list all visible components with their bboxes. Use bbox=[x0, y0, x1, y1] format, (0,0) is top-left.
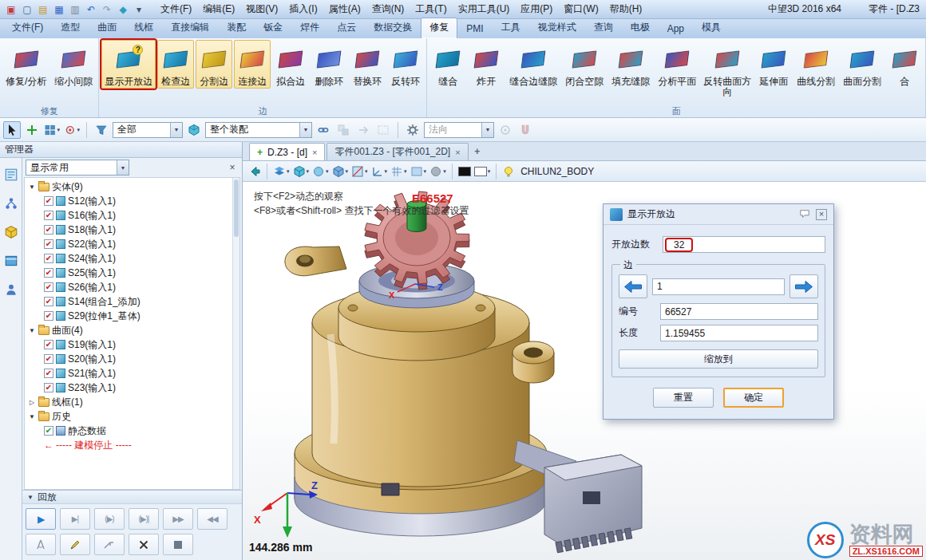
replay-header[interactable]: ▼ 回放 bbox=[22, 490, 242, 504]
add-entity-icon[interactable] bbox=[23, 121, 41, 139]
ribbon-tab[interactable]: 数据交换 bbox=[365, 18, 421, 38]
item-checkbox[interactable]: ✔ bbox=[44, 383, 53, 392]
3d-viewport-canvas[interactable]: 按下<F2>动态的观察 <F8>或者<Shift-roll> 查找下一个有效的过… bbox=[243, 182, 926, 560]
new-tab-button[interactable]: + bbox=[470, 144, 485, 159]
tree-item-row[interactable]: ✔S12(输入1) bbox=[25, 194, 239, 208]
pick-filter-grid-icon[interactable]: ▾ bbox=[43, 121, 61, 139]
display-filter-combo[interactable]: 显示常用 ▼ bbox=[26, 160, 129, 175]
grid-icon[interactable]: ▾ bbox=[390, 164, 408, 179]
tree-item-row[interactable]: ✔S23(输入1) bbox=[25, 381, 239, 395]
ribbon-tab[interactable]: 焊件 bbox=[291, 18, 328, 38]
menu-item[interactable]: 实用工具(U) bbox=[453, 1, 516, 18]
assembly-scope-icon[interactable] bbox=[185, 121, 203, 139]
tab-close-icon[interactable]: × bbox=[455, 148, 460, 157]
undo-icon[interactable]: ↶ bbox=[85, 3, 97, 16]
dropdown-arrow-icon[interactable]: ▼ bbox=[117, 160, 129, 175]
view-manager-icon[interactable] bbox=[2, 223, 20, 241]
app-logo-icon[interactable]: ▣ bbox=[5, 3, 18, 16]
history-manager-icon[interactable] bbox=[2, 166, 20, 183]
light-bulb-icon[interactable] bbox=[501, 164, 516, 179]
item-checkbox[interactable]: ✔ bbox=[44, 354, 53, 364]
display-mode-icon[interactable]: ▾ bbox=[292, 164, 311, 179]
ribbon-button-explode[interactable]: 炸开 bbox=[468, 40, 505, 89]
face-color-swatch[interactable]: ▾ bbox=[473, 164, 492, 179]
ribbon-tab[interactable]: 工具 bbox=[493, 18, 529, 38]
item-checkbox[interactable]: ✔ bbox=[44, 311, 53, 321]
tree-item-row[interactable]: ✔S20(输入1) bbox=[25, 352, 239, 366]
menu-item[interactable]: 插入(I) bbox=[283, 1, 323, 18]
item-checkbox[interactable]: ✔ bbox=[44, 211, 53, 220]
edge-length-field[interactable]: 1.159455 bbox=[660, 325, 818, 341]
role-manager-icon[interactable] bbox=[2, 281, 20, 298]
ribbon-button-sew-edge-gap[interactable]: 缝合边缝隙 bbox=[506, 40, 560, 89]
ribbon-button-fit-edge[interactable]: 拟合边 bbox=[272, 40, 309, 89]
ribbon-button-fill-gap[interactable]: 填充缝隙 bbox=[608, 40, 653, 89]
filter-funnel-icon[interactable] bbox=[93, 121, 110, 139]
ribbon-tab[interactable]: 视觉样式 bbox=[529, 18, 585, 38]
tree-item-row[interactable]: ✔S22(输入1) bbox=[25, 237, 239, 251]
print-icon[interactable]: ▥ bbox=[69, 3, 81, 16]
magnet-icon[interactable] bbox=[516, 121, 534, 139]
item-checkbox[interactable]: ✔ bbox=[44, 254, 53, 263]
ribbon-button-sew[interactable]: 缝合 bbox=[429, 40, 466, 89]
menu-item[interactable]: 帮助(H) bbox=[604, 1, 648, 18]
assembly-manager-icon[interactable] bbox=[2, 195, 20, 212]
tree-folder-row[interactable]: ▼曲面(4) bbox=[25, 323, 239, 337]
play-to-breakpoint-button[interactable]: (▶) bbox=[94, 508, 125, 530]
view-orient-icon[interactable]: ◆ bbox=[117, 3, 129, 16]
ribbon-button-shrink-gap[interactable]: 缩小间隙 bbox=[51, 40, 96, 89]
measure-compass-button[interactable] bbox=[26, 534, 56, 555]
ribbon-button-check-edges[interactable]: 检查边 bbox=[157, 40, 194, 89]
multi-select-icon[interactable] bbox=[334, 121, 352, 139]
expanded-arrow-icon[interactable]: ▼ bbox=[28, 327, 36, 334]
ribbon-tab[interactable]: 查询 bbox=[585, 18, 622, 38]
new-doc-icon[interactable]: ▢ bbox=[21, 3, 34, 16]
normal-combo[interactable]: 法向▼ bbox=[424, 122, 494, 138]
menu-item[interactable]: 编辑(E) bbox=[197, 1, 240, 18]
ribbon-tab[interactable]: 装配 bbox=[218, 18, 255, 38]
edge-index-field[interactable]: 1 bbox=[652, 278, 785, 295]
menu-item[interactable]: 工具(T) bbox=[410, 1, 452, 18]
ribbon-tab[interactable]: 文件(F) bbox=[3, 18, 52, 38]
ribbon-tab[interactable]: 造型 bbox=[52, 18, 89, 38]
document-tab[interactable]: 零件001.Z3 - [零件001_2D]× bbox=[326, 143, 468, 160]
pick-style-icon[interactable]: ▾ bbox=[63, 121, 81, 139]
comment-icon[interactable] bbox=[798, 208, 811, 220]
ribbon-button-analyze-plane[interactable]: 分析平面 bbox=[655, 40, 699, 89]
ribbon-tab[interactable]: 线框 bbox=[125, 18, 162, 38]
layer-icon[interactable]: ▾ bbox=[272, 164, 291, 179]
ribbon-tab[interactable]: 模具 bbox=[693, 18, 730, 38]
ok-button[interactable]: 确定 bbox=[723, 388, 784, 408]
select-cursor-icon[interactable] bbox=[3, 121, 21, 139]
target-icon[interactable] bbox=[497, 121, 514, 139]
ribbon-tab[interactable]: 修复 bbox=[421, 18, 457, 38]
ribbon-button-curve-split[interactable]: 曲线分割 bbox=[793, 40, 838, 89]
next-edge-button[interactable] bbox=[789, 274, 818, 298]
item-checkbox[interactable]: ✔ bbox=[44, 297, 53, 306]
step-forward-button[interactable]: ▶| bbox=[60, 508, 90, 530]
ribbon-tab[interactable]: 直接编辑 bbox=[162, 18, 218, 38]
ribbon-button-delete-loop[interactable]: 删除环 bbox=[311, 40, 347, 89]
solid-result-button[interactable] bbox=[163, 534, 193, 555]
tree-item-row[interactable]: ✔S21(输入1) bbox=[25, 366, 239, 381]
dialog-titlebar[interactable]: 显示开放边 × bbox=[603, 204, 833, 225]
tree-item-row[interactable]: ✔S26(输入1) bbox=[25, 280, 239, 294]
delete-step-button[interactable] bbox=[129, 534, 159, 555]
tree-item-row[interactable]: ✔S16(输入1) bbox=[25, 208, 239, 223]
pick-all-icon[interactable] bbox=[374, 121, 392, 139]
ribbon-button-extend-face[interactable]: 延伸面 bbox=[755, 40, 792, 89]
pick-last-icon[interactable] bbox=[354, 121, 372, 139]
zoom-to-button[interactable]: 缩放到 bbox=[619, 349, 818, 369]
ribbon-tab[interactable]: 曲面 bbox=[89, 18, 125, 38]
tree-scrollbar[interactable] bbox=[232, 178, 239, 489]
menu-item[interactable]: 属性(A) bbox=[323, 1, 366, 18]
qat-dropdown-icon[interactable]: ▾ bbox=[133, 3, 145, 16]
expanded-arrow-icon[interactable]: ▼ bbox=[28, 183, 36, 191]
csys-icon[interactable]: ▾ bbox=[370, 164, 389, 179]
expanded-arrow-icon[interactable]: ▼ bbox=[28, 413, 36, 420]
item-checkbox[interactable]: ✔ bbox=[44, 369, 53, 378]
ribbon-button-surface-split[interactable]: 曲面分割 bbox=[840, 40, 884, 89]
ribbon-button-reverse-loop[interactable]: 反转环 bbox=[387, 40, 424, 89]
edit-pencil-button[interactable] bbox=[60, 534, 90, 555]
tree-item-row[interactable]: ✔S29(拉伸1_基体) bbox=[25, 309, 239, 323]
